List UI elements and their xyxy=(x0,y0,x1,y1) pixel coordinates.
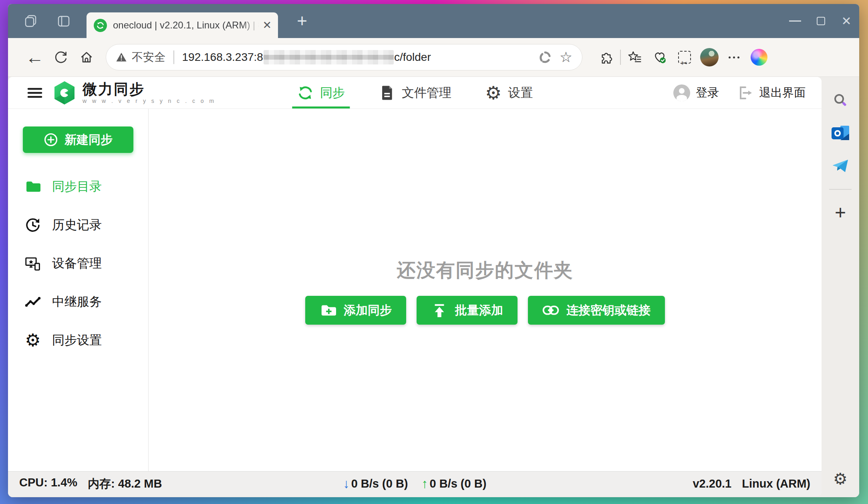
sidebar-menu: 同步目录 历史记录 xyxy=(8,167,148,359)
app-body: 新建同步 同步目录 xyxy=(8,109,822,471)
sync-icon xyxy=(297,84,314,101)
back-icon[interactable]: ← xyxy=(26,46,44,68)
relay-trend-icon xyxy=(25,294,41,310)
sidebar-item-relay[interactable]: 中继服务 xyxy=(8,283,148,321)
pinwheel-extension-icon[interactable] xyxy=(539,51,552,64)
version-label: v2.20.1 xyxy=(693,477,731,490)
home-icon[interactable] xyxy=(79,50,94,64)
app-main: 还没有同步的文件夹 添加同步 xyxy=(149,109,822,471)
sidebar-settings-button[interactable]: ⚙ xyxy=(833,471,848,487)
hamburger-menu-icon[interactable] xyxy=(27,85,42,100)
new-tab-button[interactable]: + xyxy=(293,13,311,30)
sidebar-item-label: 设备管理 xyxy=(52,255,102,272)
sidebar-add-button[interactable]: + xyxy=(835,196,846,229)
toolbar-right-icons: ✂ xyxy=(594,48,771,66)
tab-sync[interactable]: 同步 xyxy=(294,77,347,108)
refresh-icon[interactable] xyxy=(54,50,68,64)
sidebar-outlook-button[interactable] xyxy=(832,117,849,150)
sidebar-item-history[interactable]: 历史记录 xyxy=(8,206,148,244)
verysync-logo[interactable]: 微力同步 w w w . v e r y s y n c . c o m xyxy=(53,81,216,105)
address-separator xyxy=(173,50,174,64)
sidebar-search-button[interactable] xyxy=(832,84,848,117)
browser-toolbar: ← 不安全 192.168.3.237:8c/folder xyxy=(8,38,859,76)
sidebar-item-sync-folders[interactable]: 同步目录 xyxy=(8,167,148,206)
security-label[interactable]: 不安全 xyxy=(132,50,165,65)
logo-title: 微力同步 xyxy=(83,81,216,97)
tab-close-icon[interactable]: ✕ xyxy=(262,20,272,31)
empty-state-title: 还没有同步的文件夹 xyxy=(149,258,822,283)
profile-avatar[interactable] xyxy=(697,48,722,66)
workspaces-icon[interactable] xyxy=(24,14,38,28)
browser-tab[interactable]: onecloud | v2.20.1, Linux (ARM) | 微 ✕ xyxy=(87,12,278,38)
close-button[interactable]: ✕ xyxy=(834,4,859,38)
more-menu-dots[interactable] xyxy=(722,56,747,58)
not-secure-warning-icon xyxy=(116,52,127,63)
connect-key-label: 连接密钥或链接 xyxy=(566,302,650,319)
add-sync-label: 添加同步 xyxy=(344,302,392,319)
extensions-puzzle-icon[interactable] xyxy=(594,50,618,64)
tab-actions-icon[interactable] xyxy=(57,14,70,28)
copilot-icon[interactable] xyxy=(747,49,771,66)
active-tab-underline xyxy=(292,106,350,108)
browser-essentials-heart-icon[interactable] xyxy=(647,50,672,64)
sidebar-item-sync-settings[interactable]: ⚙ 同步设置 xyxy=(8,321,148,359)
sidebar-item-devices[interactable]: 设备管理 xyxy=(8,244,148,283)
circle-plus-icon xyxy=(44,133,58,147)
upload-arrow-icon: ↑ xyxy=(422,476,428,491)
sidebar-telegram-button[interactable] xyxy=(832,150,849,183)
browser-content-area: 微力同步 w w w . v e r y s y n c . c o m 同步 xyxy=(8,76,859,497)
url-text[interactable]: 192.168.3.237:8c/folder xyxy=(182,50,431,64)
cpu-stat: CPU: 1.4% xyxy=(19,476,77,492)
telegram-plane-icon xyxy=(832,159,849,174)
sidebar-divider xyxy=(829,189,852,190)
tab-file-manager[interactable]: 文件管理 xyxy=(376,77,454,108)
new-sync-button[interactable]: 新建同步 xyxy=(23,127,133,153)
exit-button[interactable]: 退出界面 xyxy=(737,84,806,101)
upload-icon xyxy=(431,302,448,319)
folder-icon xyxy=(25,179,41,195)
verysync-hexagon-icon xyxy=(53,81,76,105)
empty-state-actions: 添加同步 批量添加 xyxy=(149,296,822,325)
new-sync-label: 新建同步 xyxy=(64,132,113,148)
add-plus-icon: + xyxy=(835,203,846,222)
app-sidebar: 新建同步 同步目录 xyxy=(8,109,149,471)
web-capture-icon[interactable]: ✂ xyxy=(672,51,697,64)
app-nav: 同步 文件管理 ⚙ xyxy=(294,77,535,108)
tab-file-manager-label: 文件管理 xyxy=(402,84,451,101)
link-icon xyxy=(542,302,559,319)
favorites-bar-icon[interactable] xyxy=(622,50,647,64)
address-bar[interactable]: 不安全 192.168.3.237:8c/folder ☆ xyxy=(106,44,582,70)
app-header: 微力同步 w w w . v e r y s y n c . c o m 同步 xyxy=(8,77,822,109)
minimize-button[interactable] xyxy=(782,4,808,38)
add-sync-button[interactable]: 添加同步 xyxy=(305,296,406,325)
history-clock-icon xyxy=(25,217,41,233)
version-info: v2.20.1 Linux (ARM) xyxy=(693,477,810,490)
tab-title: onecloud | v2.20.1, Linux (ARM) | 微 xyxy=(113,19,259,32)
connect-key-button[interactable]: 连接密钥或链接 xyxy=(528,296,665,325)
exit-label: 退出界面 xyxy=(759,85,806,101)
sidebar-item-label: 中继服务 xyxy=(52,293,102,310)
resource-stats: CPU: 1.4% 内存: 48.2 MB xyxy=(19,476,162,492)
window-controls: ✕ xyxy=(782,4,859,38)
maximize-button[interactable] xyxy=(808,4,834,38)
batch-add-button[interactable]: 批量添加 xyxy=(417,296,518,325)
account-actions: 登录 退出界面 xyxy=(673,84,811,101)
gear-icon: ⚙ xyxy=(485,84,501,102)
verysync-page: 微力同步 w w w . v e r y s y n c . c o m 同步 xyxy=(8,77,822,496)
toolbar-separator xyxy=(620,50,621,65)
verysync-favicon xyxy=(94,19,107,32)
memory-stat: 内存: 48.2 MB xyxy=(88,476,162,492)
app-footer: CPU: 1.4% 内存: 48.2 MB ↓ 0 B/s (0 B) ↑ 0 … xyxy=(8,471,822,496)
tab-settings[interactable]: ⚙ 设置 xyxy=(483,77,535,108)
favorite-star-icon[interactable]: ☆ xyxy=(560,50,572,64)
download-arrow-icon: ↓ xyxy=(343,476,350,491)
batch-add-label: 批量添加 xyxy=(455,302,503,319)
url-redacted-blur xyxy=(264,50,394,64)
login-button[interactable]: 登录 xyxy=(673,84,719,101)
person-icon xyxy=(673,84,690,101)
folder-plus-icon xyxy=(320,302,336,319)
sidebar-item-label: 历史记录 xyxy=(52,217,102,233)
login-label: 登录 xyxy=(696,85,719,101)
browser-window: onecloud | v2.20.1, Linux (ARM) | 微 ✕ + … xyxy=(8,4,859,497)
desktop-background: onecloud | v2.20.1, Linux (ARM) | 微 ✕ + … xyxy=(0,0,868,504)
